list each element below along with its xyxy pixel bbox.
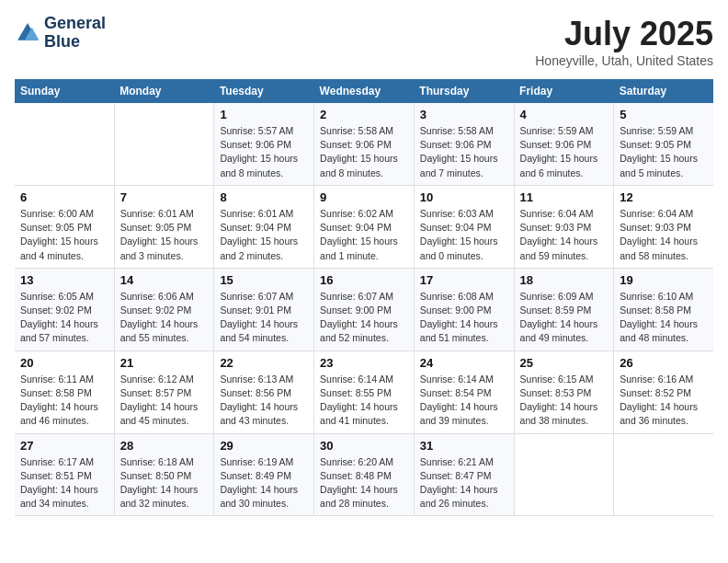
day-info: Sunrise: 5:58 AM Sunset: 9:06 PM Dayligh… <box>420 124 508 180</box>
day-number: 22 <box>220 356 308 370</box>
day-number: 23 <box>320 356 408 370</box>
day-info: Sunrise: 5:58 AM Sunset: 9:06 PM Dayligh… <box>320 124 408 180</box>
day-info: Sunrise: 6:14 AM Sunset: 8:55 PM Dayligh… <box>320 373 408 429</box>
day-info: Sunrise: 6:10 AM Sunset: 8:58 PM Dayligh… <box>620 290 708 346</box>
calendar-cell: 13Sunrise: 6:05 AM Sunset: 9:02 PM Dayli… <box>15 268 114 350</box>
calendar-cell: 5Sunrise: 5:59 AM Sunset: 9:05 PM Daylig… <box>614 103 713 185</box>
day-number: 4 <box>520 108 609 121</box>
calendar-cell: 7Sunrise: 6:01 AM Sunset: 9:05 PM Daylig… <box>114 185 214 268</box>
calendar-cell: 24Sunrise: 6:14 AM Sunset: 8:54 PM Dayli… <box>414 350 514 433</box>
calendar-cell: 10Sunrise: 6:03 AM Sunset: 9:04 PM Dayli… <box>414 185 514 268</box>
calendar-cell: 26Sunrise: 6:16 AM Sunset: 8:52 PM Dayli… <box>614 350 713 433</box>
day-number: 28 <box>120 439 209 453</box>
day-number: 1 <box>220 108 308 121</box>
calendar-cell: 6Sunrise: 6:00 AM Sunset: 9:05 PM Daylig… <box>15 185 114 268</box>
day-info: Sunrise: 6:18 AM Sunset: 8:50 PM Dayligh… <box>120 455 209 511</box>
calendar-cell: 9Sunrise: 6:02 AM Sunset: 9:04 PM Daylig… <box>314 185 415 268</box>
day-number: 26 <box>620 356 708 370</box>
day-number: 29 <box>220 439 308 453</box>
calendar-cell: 30Sunrise: 6:20 AM Sunset: 8:48 PM Dayli… <box>314 433 415 516</box>
calendar-cell: 20Sunrise: 6:11 AM Sunset: 8:58 PM Dayli… <box>15 350 114 433</box>
day-number: 11 <box>520 190 609 204</box>
calendar-cell: 25Sunrise: 6:15 AM Sunset: 8:53 PM Dayli… <box>514 350 614 433</box>
day-info: Sunrise: 6:04 AM Sunset: 9:03 PM Dayligh… <box>620 207 708 263</box>
day-info: Sunrise: 6:07 AM Sunset: 9:01 PM Dayligh… <box>220 290 308 346</box>
calendar-cell <box>614 433 713 516</box>
calendar-cell: 27Sunrise: 6:17 AM Sunset: 8:51 PM Dayli… <box>15 433 114 516</box>
day-info: Sunrise: 6:00 AM Sunset: 9:05 PM Dayligh… <box>20 207 108 263</box>
day-info: Sunrise: 6:09 AM Sunset: 8:59 PM Dayligh… <box>520 290 609 346</box>
day-number: 21 <box>120 356 209 370</box>
calendar-cell <box>15 103 114 185</box>
day-info: Sunrise: 6:04 AM Sunset: 9:03 PM Dayligh… <box>520 207 609 263</box>
day-number: 8 <box>220 190 308 204</box>
day-number: 27 <box>20 439 108 453</box>
day-info: Sunrise: 6:21 AM Sunset: 8:47 PM Dayligh… <box>420 455 508 511</box>
day-number: 5 <box>620 108 708 121</box>
title-block: July 2025 Honeyville, Utah, United State… <box>535 15 713 68</box>
calendar-cell: 29Sunrise: 6:19 AM Sunset: 8:49 PM Dayli… <box>214 433 314 516</box>
calendar-table: SundayMondayTuesdayWednesdayThursdayFrid… <box>15 79 713 516</box>
day-number: 12 <box>620 190 708 204</box>
weekday-header-sunday: Sunday <box>15 79 114 103</box>
day-info: Sunrise: 6:05 AM Sunset: 9:02 PM Dayligh… <box>20 290 108 346</box>
day-number: 20 <box>20 356 108 370</box>
weekday-header-tuesday: Tuesday <box>214 79 314 103</box>
day-info: Sunrise: 6:12 AM Sunset: 8:57 PM Dayligh… <box>120 373 209 429</box>
day-info: Sunrise: 6:13 AM Sunset: 8:56 PM Dayligh… <box>220 373 308 429</box>
day-number: 25 <box>520 356 609 370</box>
day-info: Sunrise: 6:20 AM Sunset: 8:48 PM Dayligh… <box>320 455 408 511</box>
calendar-cell: 31Sunrise: 6:21 AM Sunset: 8:47 PM Dayli… <box>414 433 514 516</box>
calendar-cell: 21Sunrise: 6:12 AM Sunset: 8:57 PM Dayli… <box>114 350 214 433</box>
day-info: Sunrise: 5:59 AM Sunset: 9:05 PM Dayligh… <box>620 124 708 180</box>
calendar-cell <box>514 433 614 516</box>
calendar-cell: 11Sunrise: 6:04 AM Sunset: 9:03 PM Dayli… <box>514 185 614 268</box>
day-info: Sunrise: 5:59 AM Sunset: 9:06 PM Dayligh… <box>520 124 609 180</box>
location-title: Honeyville, Utah, United States <box>535 53 713 68</box>
logo: General Blue <box>15 15 106 52</box>
day-number: 3 <box>420 108 508 121</box>
calendar-cell: 14Sunrise: 6:06 AM Sunset: 9:02 PM Dayli… <box>114 268 214 350</box>
page-header: General Blue July 2025 Honeyville, Utah,… <box>15 15 713 68</box>
day-info: Sunrise: 6:19 AM Sunset: 8:49 PM Dayligh… <box>220 455 308 511</box>
month-title: July 2025 <box>535 15 713 53</box>
calendar-cell: 19Sunrise: 6:10 AM Sunset: 8:58 PM Dayli… <box>614 268 713 350</box>
day-number: 24 <box>420 356 508 370</box>
calendar-cell: 15Sunrise: 6:07 AM Sunset: 9:01 PM Dayli… <box>214 268 314 350</box>
day-number: 7 <box>120 190 209 204</box>
logo-icon <box>15 20 40 46</box>
day-info: Sunrise: 6:17 AM Sunset: 8:51 PM Dayligh… <box>20 455 108 511</box>
calendar-cell: 2Sunrise: 5:58 AM Sunset: 9:06 PM Daylig… <box>314 103 415 185</box>
day-number: 16 <box>320 273 408 287</box>
day-info: Sunrise: 6:06 AM Sunset: 9:02 PM Dayligh… <box>120 290 209 346</box>
day-number: 13 <box>20 273 108 287</box>
weekday-header-monday: Monday <box>114 79 214 103</box>
calendar-cell: 23Sunrise: 6:14 AM Sunset: 8:55 PM Dayli… <box>314 350 415 433</box>
calendar-cell: 28Sunrise: 6:18 AM Sunset: 8:50 PM Dayli… <box>114 433 214 516</box>
day-number: 10 <box>420 190 508 204</box>
calendar-cell: 8Sunrise: 6:01 AM Sunset: 9:04 PM Daylig… <box>214 185 314 268</box>
day-info: Sunrise: 6:15 AM Sunset: 8:53 PM Dayligh… <box>520 373 609 429</box>
day-info: Sunrise: 6:02 AM Sunset: 9:04 PM Dayligh… <box>320 207 408 263</box>
calendar-cell: 18Sunrise: 6:09 AM Sunset: 8:59 PM Dayli… <box>514 268 614 350</box>
day-info: Sunrise: 6:07 AM Sunset: 9:00 PM Dayligh… <box>320 290 408 346</box>
weekday-header-wednesday: Wednesday <box>314 79 415 103</box>
calendar-cell: 22Sunrise: 6:13 AM Sunset: 8:56 PM Dayli… <box>214 350 314 433</box>
day-info: Sunrise: 6:03 AM Sunset: 9:04 PM Dayligh… <box>420 207 508 263</box>
weekday-header-friday: Friday <box>514 79 614 103</box>
calendar-cell: 12Sunrise: 6:04 AM Sunset: 9:03 PM Dayli… <box>614 185 713 268</box>
day-info: Sunrise: 6:11 AM Sunset: 8:58 PM Dayligh… <box>20 373 108 429</box>
day-info: Sunrise: 6:01 AM Sunset: 9:04 PM Dayligh… <box>220 207 308 263</box>
calendar-cell: 16Sunrise: 6:07 AM Sunset: 9:00 PM Dayli… <box>314 268 415 350</box>
day-number: 2 <box>320 108 408 121</box>
day-info: Sunrise: 5:57 AM Sunset: 9:06 PM Dayligh… <box>220 124 308 180</box>
day-number: 30 <box>320 439 408 453</box>
logo-text: General Blue <box>44 15 106 52</box>
day-number: 9 <box>320 190 408 204</box>
day-info: Sunrise: 6:16 AM Sunset: 8:52 PM Dayligh… <box>620 373 708 429</box>
day-number: 6 <box>20 190 108 204</box>
day-number: 14 <box>120 273 209 287</box>
day-number: 15 <box>220 273 308 287</box>
calendar-cell: 4Sunrise: 5:59 AM Sunset: 9:06 PM Daylig… <box>514 103 614 185</box>
calendar-cell: 1Sunrise: 5:57 AM Sunset: 9:06 PM Daylig… <box>214 103 314 185</box>
